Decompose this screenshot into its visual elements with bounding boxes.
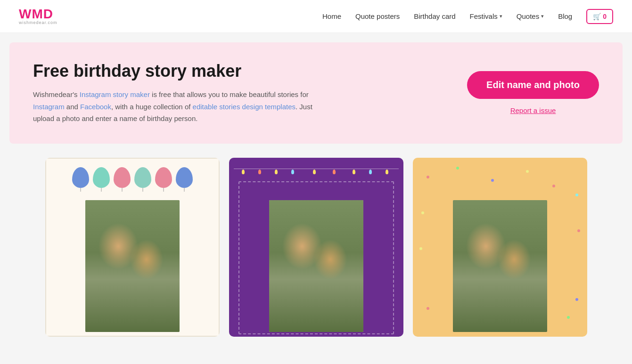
logo-sub-text: wishmedear.com bbox=[19, 21, 57, 25]
card-2-photo-face bbox=[269, 200, 363, 332]
light-5 bbox=[313, 170, 316, 174]
nav-quotes[interactable]: Quotes ▾ bbox=[517, 12, 544, 20]
light-2 bbox=[258, 170, 261, 174]
balloon-periwinkle bbox=[176, 167, 193, 188]
confetti-11 bbox=[577, 229, 580, 232]
logo-wmd-text: WMD bbox=[19, 8, 57, 21]
balloon-pink bbox=[114, 167, 131, 188]
nav-home[interactable]: Home bbox=[322, 12, 341, 20]
hero-title: Free birthday story maker bbox=[33, 61, 316, 81]
confetti-8 bbox=[427, 307, 429, 310]
balloons-decoration bbox=[72, 167, 193, 188]
light-7 bbox=[353, 170, 355, 174]
template-cards-section bbox=[0, 153, 632, 346]
confetti-1 bbox=[427, 176, 429, 178]
site-logo[interactable]: WMD wishmedear.com bbox=[19, 8, 57, 25]
light-6 bbox=[333, 170, 336, 174]
confetti-6 bbox=[575, 194, 578, 196]
card-1-photo bbox=[85, 200, 180, 332]
report-issue-link[interactable]: Report a issue bbox=[510, 106, 556, 114]
hero-actions: Edit name and photo Report a issue bbox=[467, 71, 599, 114]
card-2-photo-inner bbox=[269, 200, 363, 332]
nav-birthday-card[interactable]: Birthday card bbox=[414, 12, 455, 20]
light-4 bbox=[291, 170, 294, 174]
card-2-container bbox=[229, 158, 403, 337]
card-2-photo bbox=[269, 200, 363, 332]
template-card-2[interactable] bbox=[229, 158, 403, 337]
string-lights-decoration bbox=[234, 165, 399, 179]
card-1-photo-face bbox=[85, 200, 180, 332]
confetti-2 bbox=[456, 167, 459, 170]
nav-blog[interactable]: Blog bbox=[558, 12, 572, 20]
cart-icon: 🛒 bbox=[593, 13, 601, 20]
cart-count: 0 bbox=[603, 13, 607, 20]
confetti-10 bbox=[575, 298, 578, 301]
confetti-9 bbox=[567, 316, 570, 319]
balloon-rose bbox=[155, 167, 172, 188]
light-8 bbox=[369, 170, 372, 174]
festivals-chevron-icon: ▾ bbox=[500, 13, 502, 19]
card-3-photo-face bbox=[453, 200, 547, 332]
quotes-chevron-icon: ▾ bbox=[541, 13, 544, 19]
edit-name-photo-button[interactable]: Edit name and photo bbox=[467, 71, 599, 99]
light-3 bbox=[275, 170, 278, 174]
confetti-12 bbox=[419, 247, 422, 250]
balloon-blue bbox=[72, 167, 89, 188]
cart-button[interactable]: 🛒 0 bbox=[586, 9, 613, 24]
template-card-1[interactable] bbox=[45, 158, 220, 337]
balloon-teal bbox=[93, 167, 110, 188]
card-3-photo-inner bbox=[453, 200, 547, 332]
confetti-5 bbox=[552, 185, 555, 187]
nav-festivals[interactable]: Festivals ▾ bbox=[470, 12, 502, 20]
light-1 bbox=[242, 170, 245, 174]
template-card-3[interactable] bbox=[413, 158, 587, 337]
site-header: WMD wishmedear.com Home Quote posters Bi… bbox=[0, 0, 632, 33]
light-9 bbox=[386, 170, 388, 174]
hero-banner: Free birthday story maker Wishmedear's I… bbox=[9, 42, 623, 144]
card-3-photo bbox=[453, 200, 547, 332]
hero-description: Wishmedear's Instagram story maker is fr… bbox=[33, 89, 316, 125]
card-3-container bbox=[413, 158, 587, 337]
balloon-mint bbox=[134, 167, 151, 188]
main-nav: Home Quote posters Birthday card Festiva… bbox=[322, 9, 613, 24]
card-1-container bbox=[45, 158, 220, 337]
string-line bbox=[234, 169, 399, 169]
nav-quote-posters[interactable]: Quote posters bbox=[355, 12, 400, 20]
hero-text-block: Free birthday story maker Wishmedear's I… bbox=[33, 61, 316, 125]
confetti-7 bbox=[421, 211, 424, 214]
card-1-photo-inner bbox=[85, 200, 180, 332]
